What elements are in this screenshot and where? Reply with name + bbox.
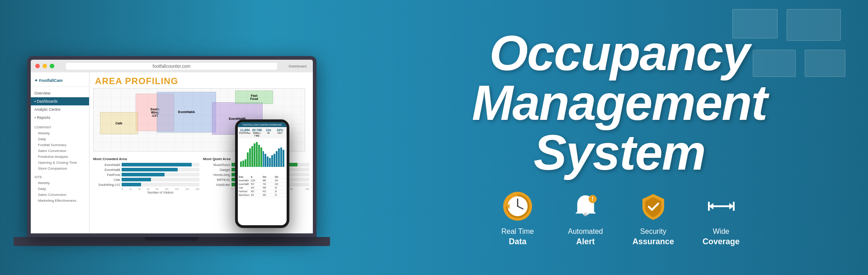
phone-bar-15 [274,154,275,167]
bell-icon: ! [571,192,600,221]
phone-bar-4 [249,148,251,167]
zone-fastfood: FastFood [235,90,273,104]
phone-table-cell-2-3: 156 [275,183,286,185]
zone-cafe: Cafe [100,112,138,134]
phone-bar-8 [258,145,260,167]
sidebar-site-sales[interactable]: Sales Conversion [31,192,89,198]
bar-row-fastfood: FastFood [93,173,199,176]
bar-label-homeliving: HomeLiving [203,173,230,176]
phone-table-cell-1-1: 1234 [251,180,262,182]
bar-track-southwing [122,183,199,186]
app-sidebar: ✦ FootfallCam Overview ▪ Dashboards Anal… [31,72,90,233]
feature-label-security-assurance: Security Assurance [632,227,674,247]
phone-screen: FOOTFALLCAM COUNTER DASHBOARD 11,894 FOO… [238,122,287,225]
phone-table-cell-5-3: 21 [275,194,286,196]
sidebar-sub-predictive[interactable]: Predictive Analysis [31,154,89,160]
phone-table-cell-4-1: 432 [251,190,262,193]
phone-bar-5 [251,146,253,167]
phone-table-row-4: FastFood43241022 [239,190,286,194]
sidebar-sub-daily[interactable]: Daily [31,136,89,142]
phone-table-row-1: EventHallA1234980254 [239,179,286,183]
sidebar-sub-sales[interactable]: Sales Conversion [31,148,89,154]
left-section: footfallcounter.com Dashboard ✦ Footfall… [0,0,371,275]
main-title: Occupancy Management System [472,28,767,177]
phone-stat-dwell: 20:786 DWELL TIME [252,128,262,137]
url-bar: footfallcounter.com [66,63,277,70]
phone-table-cell-2-0: EventHallB [239,183,250,185]
phone-table-cell-2-2: 720 [263,183,274,185]
feature-icon-clock [502,191,533,223]
sidebar-sub-weekly[interactable]: Weekly [31,130,89,136]
phone-bar-0 [240,161,242,167]
feature-wide-coverage: Wide Coverage [698,191,744,247]
right-section: Occupancy Management System [371,0,868,275]
feature-icon-arrows [705,191,737,223]
svg-point-9 [584,213,587,216]
phone-table-cell-5-1: 321 [251,194,262,196]
sidebar-section-site: Site [31,173,89,180]
feature-automated-alert: ! Automated Alert [563,191,608,247]
phone-bar-3 [247,152,249,167]
feature-security-assurance: Security Assurance [631,191,676,247]
phone-bar-10 [263,151,264,167]
sidebar-item-overview[interactable]: Overview [31,89,89,97]
phone-table-cell-1-2: 980 [263,180,274,182]
bar-row-cafe: Cafe [93,178,199,181]
phone-bar-14 [271,155,273,167]
phone-bar-19 [283,150,284,167]
mac-chrome-bar: footfallcounter.com Dashboard [31,60,313,72]
arrows-icon [707,192,736,221]
phone-table-cell-0-2: Out [263,176,274,178]
laptop-notch [145,237,199,241]
phone-header: FOOTFALLCAM COUNTER DASHBOARD [238,122,287,127]
bar-label-southwing: SouthWing-LV1 [93,183,120,186]
phone-table-cell-5-0: MusicRoom [239,194,250,196]
feature-label-wide-coverage: Wide Coverage [703,227,740,247]
sidebar-item-analytic[interactable]: Analytic Centre [31,105,89,114]
phone-bar-12 [267,156,269,167]
bar-row-eventhalla: EventHallA [93,163,199,166]
phone-stat-in: 11k IN [263,128,274,137]
phone-bar-11 [264,154,266,167]
sidebar-item-dashboards[interactable]: ▪ Dashboards [31,97,89,105]
shield-icon [639,192,668,221]
phone-bars [239,140,285,167]
bar-label-eventhallb: EventHallB [93,168,120,171]
sidebar-sub-store[interactable]: Store Comparison [31,166,89,171]
sidebar-section-company: Company [31,123,89,130]
crowded-chart: Most Crowded Area EventHallA EventHallB [93,157,199,194]
bar-fill-fastfood [122,173,165,176]
phone-table: AreaInOutOccEventHallA1234980254EventHal… [238,175,287,198]
phone-table-cell-1-0: EventHallA [239,180,250,182]
bar-fill-eventhalla [122,163,192,166]
phone-bar-7 [256,142,258,167]
bar-track-eventhallb [122,168,199,171]
sidebar-site-daily[interactable]: Daily [31,186,89,192]
phone-table-cell-3-0: Cafe [239,187,250,189]
sidebar-sub-opening-closing[interactable]: Opening & Closing Time [31,160,89,166]
laptop-base [14,237,330,246]
phone-bar-17 [278,148,280,167]
phone-table-row-0: AreaInOutOcc [239,175,286,179]
bar-label-cafe: Cafe [93,178,120,181]
phone-bar-18 [280,147,282,167]
mac-close-dot [35,64,40,68]
feature-label-automated-alert: Automated Alert [568,227,603,247]
phone-stat-footfall: 11,894 FOOTFALL [239,128,251,137]
phone-bar-13 [269,158,271,167]
phone-chart [238,138,287,175]
bar-row-southwing: SouthWing-LV1 [93,183,199,186]
dashboard-tab: Dashboard [289,64,307,68]
phone-bar-16 [276,151,278,167]
phone-table-cell-3-2: 490 [263,187,274,189]
feature-real-time-data: Real Time Data [495,191,540,247]
sidebar-sub-footfall[interactable]: Footfall Summary [31,142,89,148]
crowded-chart-axis: 02k4k6k8k10k12k14k16k [93,188,199,190]
sidebar-site-marketing[interactable]: Marketing Effectiveness [31,198,89,204]
bar-label-musicroom: MusicRoom [203,163,230,166]
phone-table-cell-2-1: 876 [251,183,262,185]
sidebar-site-weekly[interactable]: Weekly [31,180,89,186]
svg-rect-13 [708,202,710,211]
phone-table-cell-1-3: 254 [275,180,286,182]
sidebar-item-reports[interactable]: ▪ Reports [31,114,89,122]
